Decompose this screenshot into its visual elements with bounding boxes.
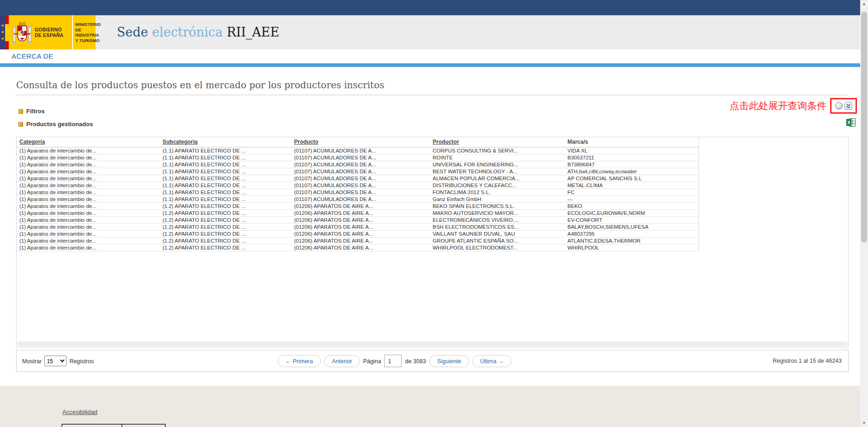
records-info: Registros 1 al 15 de 46243	[773, 358, 842, 364]
table-cell: (1) Aparatos de intercambio de...	[17, 223, 160, 230]
table-cell: EV-CONFORT	[565, 216, 699, 223]
legend-square-icon	[18, 109, 23, 114]
table-cell: ---	[565, 195, 699, 202]
table-cell: ATLANTIC,EDESA,THERMOR	[565, 237, 699, 244]
logo-divider	[72, 15, 73, 49]
site-title-electronica: electrónica	[152, 25, 223, 39]
table-cell: (1.1) APARATO ELECTRICO DE ...	[160, 189, 291, 195]
star-icon: ★	[1, 30, 4, 34]
table-cell: AP COMERCIAL SANCHIS S.L	[565, 175, 699, 182]
table-row: (1) Aparatos de intercambio de...(1.2) A…	[17, 216, 699, 223]
table-cell: (1.2) APARATO ELECTRICO DE ...	[160, 237, 291, 244]
table-cell: WHIRLPOOL	[565, 244, 699, 251]
next-page-button[interactable]: Siguiente	[429, 355, 469, 367]
column-header-producto[interactable]: Producto	[291, 137, 430, 147]
table-row: (1) Aparatos de intercambio de...(1.2) A…	[17, 244, 699, 251]
total-pages-label: de 3083	[405, 358, 426, 364]
table-cell: (1) Aparatos de intercambio de...	[17, 237, 160, 244]
table-cell: ELECTROMECÁNICOS VIVEIRO,...	[430, 216, 565, 223]
table-cell: (1.1) APARATO ELECTRICO DE ...	[160, 195, 291, 202]
table-cell: (1.1) APARATO ELECTRICO DE ...	[160, 147, 291, 154]
table-cell: B73896847	[565, 161, 699, 168]
table-cell: (01107) ACUMULADORES DE A...	[291, 168, 430, 175]
table-row: (1) Aparatos de intercambio de...(1.2) A…	[17, 237, 699, 244]
scroll-down-icon[interactable]: ▼	[860, 419, 868, 427]
table-row: (1) Aparatos de intercambio de...(1.2) A…	[17, 230, 699, 237]
nav-item-acerca-de[interactable]: ACERCA DE	[12, 52, 53, 60]
site-title: Sede electrónica RII_AEE	[117, 15, 279, 49]
table-cell: VIDA XL	[565, 147, 699, 154]
column-header-productor[interactable]: Productor	[430, 137, 565, 147]
table-cell: (1.1) APARATO ELECTRICO DE ...	[160, 161, 291, 168]
table-cell: (01107) ACUMULADORES DE A...	[291, 154, 430, 161]
first-page-button[interactable]: ← Primera	[277, 355, 321, 367]
table-cell: (1.2) APARATO ELECTRICO DE ...	[160, 209, 291, 216]
table-cell: BSH ELECTRODOMÉSTICOS ES...	[430, 223, 565, 230]
accent-bar	[0, 63, 860, 67]
filtros-section-header[interactable]: Filtros	[18, 108, 45, 115]
table-cell: (1) Aparatos de intercambio de...	[17, 209, 160, 216]
last-page-button[interactable]: Última →	[472, 355, 512, 367]
scrollbar-thumb[interactable]	[861, 12, 867, 243]
table-cell: BEST WATER TECHNOLOGY - A...	[430, 168, 565, 175]
table-cell: (1) Aparatos de intercambio de...	[17, 161, 160, 168]
legend-square-icon	[18, 122, 23, 127]
table-cell: Ganz Einfach GmbH	[430, 195, 565, 202]
previous-page-button[interactable]: Anterior	[324, 355, 360, 367]
table-cell: (1.1) APARATO ELECTRICO DE ...	[160, 168, 291, 175]
table-cell: A48037295	[565, 230, 699, 237]
table-cell: GROUPE ATLANTIC ESPAÑA SO...	[430, 237, 565, 244]
filtros-label: Filtros	[26, 108, 45, 115]
scroll-up-icon[interactable]: ▲	[860, 0, 868, 8]
excel-export-icon[interactable]: X	[846, 118, 856, 127]
expand-chevrons-icon[interactable]	[844, 102, 852, 110]
table-cell: FC	[565, 189, 699, 195]
logo-yellow-block: GOBIERNO DE ESPAÑA MINISTERIO DE INDUSTR…	[9, 15, 96, 49]
table-cell: METAL-CLIMA	[565, 182, 699, 189]
mostrar-label: Mostrar	[22, 358, 42, 364]
table-cell: WHIRLPOOL ELECTRODOMEST...	[430, 244, 565, 251]
government-logo[interactable]: ★ ★ ★	[0, 15, 96, 49]
table-header-row: CategoríaSubcategoríaProductoProductorMa…	[17, 137, 699, 147]
table-cell: (1) Aparatos de intercambio de...	[17, 189, 160, 195]
table-cell: (01206) APARATOS DE AIRE A...	[291, 202, 430, 209]
table-cell: FONTACLIMA 2012 S.L.	[430, 189, 565, 195]
table-row: (1) Aparatos de intercambio de...(1.1) A…	[17, 168, 699, 175]
top-navy-bar	[0, 0, 860, 15]
column-header-categor-a[interactable]: Categoría	[17, 137, 160, 147]
productos-section-header[interactable]: Productos gestionados	[18, 121, 93, 128]
site-title-sede: Sede	[117, 25, 152, 39]
table-cell: (1.2) APARATO ELECTRICO DE ...	[160, 244, 291, 251]
annotation-text: 点击此处展开查询条件	[729, 99, 826, 112]
table-cell: (01107) ACUMULADORES DE A...	[291, 182, 430, 189]
page-size-select[interactable]: 15	[44, 356, 66, 366]
page: ★ ★ ★	[0, 0, 868, 427]
table-cell: (01206) APARATOS DE AIRE A...	[291, 244, 430, 251]
table-cell: (1) Aparatos de intercambio de...	[17, 244, 160, 251]
column-header-subcategor-a[interactable]: Subcategoría	[160, 137, 291, 147]
svg-text:X: X	[847, 120, 850, 125]
site-title-app: RII_AEE	[223, 25, 279, 39]
horizontal-scrollbar[interactable]	[17, 342, 848, 347]
annotation: 点击此处展开查询条件	[729, 98, 857, 114]
collapse-circle-icon[interactable]	[835, 102, 843, 110]
page-title-wrap: Consulta de los productos puestos en el …	[16, 79, 849, 95]
vertical-scrollbar: ▲ ▼	[860, 0, 868, 427]
table-cell: (01107) ACUMULADORES DE A...	[291, 147, 430, 154]
table-row: (1) Aparatos de intercambio de...(1.1) A…	[17, 195, 699, 202]
table-cell: (1.2) APARATO ELECTRICO DE ...	[160, 216, 291, 223]
table-cell: (1.2) APARATO ELECTRICO DE ...	[160, 202, 291, 209]
table-row: (1) Aparatos de intercambio de...(1.1) A…	[17, 189, 699, 195]
footer: Accesibilidad	[0, 386, 860, 427]
page-number-input[interactable]	[384, 355, 402, 367]
star-icon: ★	[1, 37, 4, 41]
table-cell: (1.1) APARATO ELECTRICO DE ...	[160, 175, 291, 182]
table-cell: ROINTE	[430, 154, 565, 161]
productos-label: Productos gestionados	[26, 121, 93, 128]
table-cell: (1.2) APARATO ELECTRICO DE ...	[160, 230, 291, 237]
table-cell: (1.1) APARATO ELECTRICO DE ...	[160, 154, 291, 161]
accessibility-link[interactable]: Accesibilidad	[62, 409, 97, 415]
table-cell: (1) Aparatos de intercambio de...	[17, 230, 160, 237]
table-cell: (1) Aparatos de intercambio de...	[17, 147, 160, 154]
table-cell: BEKO SPAIN ELECTRONICS S.L.	[430, 202, 565, 209]
